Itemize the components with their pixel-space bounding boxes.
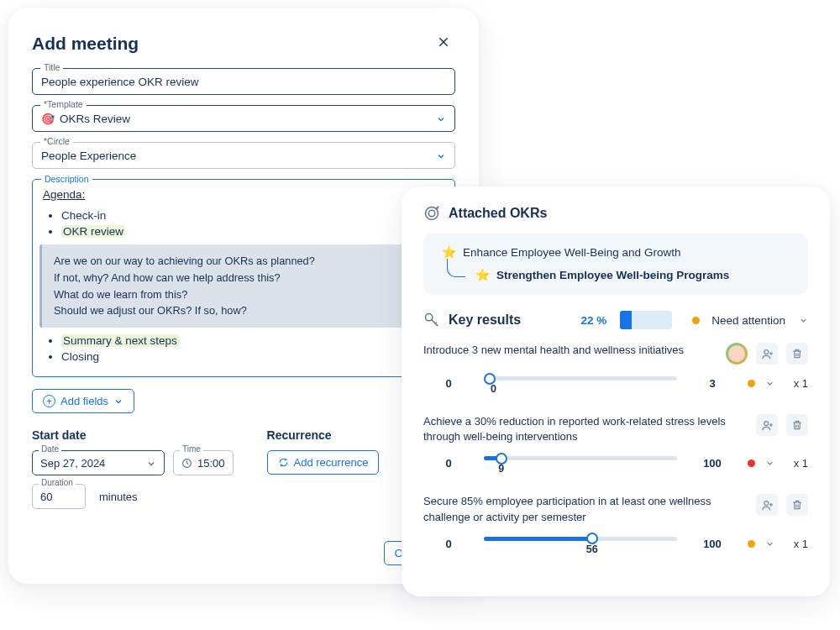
status-dot [748, 380, 755, 387]
recurrence-icon [278, 457, 289, 468]
user-plus-icon [761, 419, 774, 432]
star-icon: ⭐ [442, 245, 456, 259]
svg-point-2 [428, 210, 435, 217]
kr-min: 0 [423, 538, 474, 550]
target-ring-icon [423, 205, 440, 222]
user-plus-icon [761, 348, 774, 360]
add-fields-button[interactable]: + Add fields [32, 389, 134, 413]
key-result-item: Introduce 3 new mental health and wellne… [423, 343, 808, 396]
assign-user-button[interactable] [756, 494, 778, 516]
delete-button[interactable] [786, 494, 808, 516]
agenda-quote: Are we on our way to achieving our OKRs … [39, 244, 444, 328]
kr-max: 100 [687, 457, 738, 470]
trash-icon [791, 419, 803, 431]
duration-input[interactable]: 60 [32, 484, 86, 509]
start-date-section: Start date Date Sep 27, 2024 Time 15: [32, 428, 234, 517]
template-select[interactable]: 🎯OKRs Review [32, 105, 455, 132]
status-label: Need attention [711, 314, 785, 327]
okr-child[interactable]: Strengthen Employee Well-being Programs [496, 269, 729, 281]
kr-description: Secure 85% employee participation in at … [423, 494, 748, 524]
svg-point-1 [426, 207, 438, 220]
chevron-down-icon[interactable] [765, 459, 774, 468]
key-result-item: Secure 85% employee participation in at … [423, 494, 808, 555]
template-value: OKRs Review [60, 113, 130, 125]
agenda-item: Summary & next steps [61, 334, 444, 347]
kr-slider[interactable]: 0 [484, 371, 677, 396]
assign-user-button[interactable] [756, 343, 778, 365]
kr-description: Achieve a 30% reduction in reported work… [423, 414, 748, 444]
star-icon: ⭐ [475, 268, 490, 281]
duration-label: Duration [39, 478, 76, 487]
kr-slider[interactable]: 56 [484, 532, 677, 556]
kr-multiplier: x 1 [785, 377, 808, 390]
chevron-down-icon [436, 151, 446, 161]
status-dot [692, 317, 700, 324]
okr-tree: ⭐ Enhance Employee Well-Being and Growth… [423, 234, 808, 294]
chevron-down-icon [436, 114, 446, 124]
agenda-heading: Agenda: [43, 188, 444, 201]
title-value: People experience OKR review [41, 76, 199, 88]
kr-value: 0 [491, 383, 496, 395]
delete-button[interactable] [786, 343, 808, 365]
kr-max: 3 [687, 377, 738, 390]
tree-connector [447, 259, 465, 277]
user-plus-icon [761, 499, 774, 512]
overall-percent: 22 % [580, 314, 606, 327]
chevron-down-icon[interactable] [799, 316, 808, 325]
chevron-down-icon [113, 396, 123, 407]
date-picker[interactable]: Sep 27, 2024 [32, 450, 165, 475]
template-label: *Template [40, 99, 87, 109]
title-label: Title [40, 62, 63, 72]
avatar[interactable] [726, 343, 748, 365]
kr-min: 0 [423, 377, 474, 390]
start-date-heading: Start date [32, 428, 234, 442]
add-recurrence-button[interactable]: Add recurrence [267, 450, 380, 475]
clock-icon [181, 458, 192, 469]
description-editor[interactable]: Agenda: Check-in OKR review Are we on ou… [43, 188, 444, 363]
attached-okrs-panel: Attached OKRs ⭐ Enhance Employee Well-Be… [402, 186, 830, 596]
trash-icon [791, 499, 803, 511]
kr-min: 0 [423, 457, 474, 470]
title-input[interactable]: People experience OKR review [32, 68, 455, 95]
key-icon [423, 312, 440, 328]
chevron-down-icon[interactable] [765, 379, 774, 388]
attached-okrs-title: Attached OKRs [449, 206, 547, 221]
recurrence-heading: Recurrence [267, 428, 380, 442]
target-icon: 🎯 [41, 113, 55, 125]
circle-select[interactable]: People Experience [32, 142, 455, 169]
assign-user-button[interactable] [756, 414, 778, 436]
circle-value: People Experience [41, 150, 136, 162]
svg-point-5 [764, 421, 768, 425]
delete-button[interactable] [786, 414, 808, 436]
chevron-down-icon [146, 459, 156, 469]
svg-point-4 [764, 349, 768, 354]
agenda-item: Closing [61, 350, 444, 363]
svg-point-3 [426, 314, 433, 321]
kr-value: 9 [498, 463, 504, 475]
kr-multiplier: x 1 [785, 538, 808, 550]
recurrence-section: Recurrence Add recurrence [267, 428, 380, 517]
key-results-title: Key results [449, 312, 521, 328]
panel-title: Add meeting [32, 34, 139, 54]
time-label: Time [180, 444, 203, 454]
status-dot [748, 459, 755, 467]
chevron-down-icon[interactable] [765, 539, 774, 549]
overall-progress [620, 311, 672, 329]
time-input[interactable]: 15:00 [173, 450, 234, 475]
date-label: Date [39, 444, 61, 454]
okr-parent[interactable]: ⭐ Enhance Employee Well-Being and Growth [442, 245, 795, 259]
description-label: Description [41, 174, 92, 184]
agenda-item: Check-in [61, 209, 444, 222]
key-result-item: Achieve a 30% reduction in reported work… [423, 414, 808, 475]
kr-description: Introduce 3 new mental health and wellne… [423, 343, 717, 358]
close-icon [437, 35, 450, 49]
svg-point-6 [764, 501, 768, 505]
agenda-item: OKR review [61, 225, 444, 238]
circle-label: *Circle [40, 136, 73, 146]
trash-icon [791, 348, 803, 360]
kr-slider[interactable]: 9 [484, 451, 677, 475]
kr-value: 56 [586, 543, 598, 555]
duration-unit: minutes [99, 491, 138, 503]
close-button[interactable] [432, 30, 455, 56]
plus-circle-icon: + [43, 395, 55, 407]
